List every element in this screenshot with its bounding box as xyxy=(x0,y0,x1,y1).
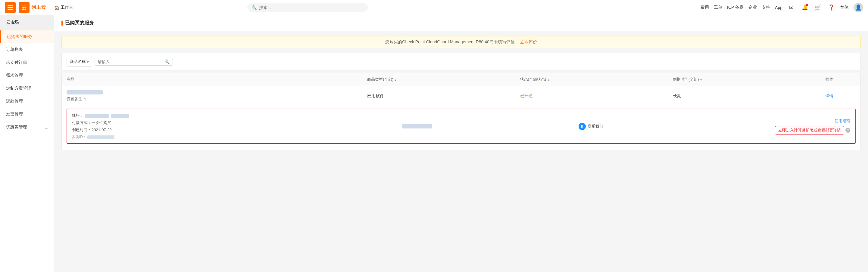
col-action: 操作 xyxy=(826,77,856,82)
nav-right: 费用 工单 ICP 备案 企业 支持 App ✉ 🔔 🛒 ❓ 简体 👤 xyxy=(701,3,863,12)
period-cell: 长期 xyxy=(673,93,821,99)
nav-ticket[interactable]: 工单 xyxy=(714,5,722,10)
notice-link[interactable]: 立即评价 xyxy=(520,39,537,44)
detail-info: 规格： 付款方式：一次性购买 创建时间：2021-07-29 xyxy=(72,113,329,140)
col-product: 商品 xyxy=(67,77,362,82)
filter-input[interactable] xyxy=(98,60,164,64)
sidebar-item-orders[interactable]: 订单列表 xyxy=(0,43,54,56)
table-header: 商品 商品类型(全部) ∨ 状态(全部状态) ∨ 到期时间(全部) ∨ xyxy=(62,73,861,86)
nav-icp[interactable]: ICP 备案 xyxy=(727,5,744,10)
search-bar: 🔍 xyxy=(247,3,368,12)
nav-fee[interactable]: 费用 xyxy=(701,5,709,10)
pay-row: 付款方式：一次性购买 xyxy=(72,120,329,126)
usage-guide-link[interactable]: 使用指南 xyxy=(835,118,850,124)
sidebar-item-coupon[interactable]: 优惠券管理 ☰ xyxy=(0,121,54,134)
chevron-down-icon: ∨ xyxy=(547,78,549,81)
notice-bar: 您购买的Check Point CloudGuard Management R8… xyxy=(61,36,861,48)
top-nav: 云 阿里云 🏠 工作台 🔍 费用 工单 ICP 备案 企业 支持 App ✉ 🔔… xyxy=(0,0,868,15)
table-row: 设置备注 ✎ 应用软件 已开通 长期 详情 xyxy=(62,86,861,106)
user-avatar[interactable]: 👤 xyxy=(854,3,863,12)
contact-label: 联系我们 xyxy=(588,124,603,129)
detail-box: 规格： 付款方式：一次性购买 创建时间：2021-07-29 xyxy=(67,109,856,144)
message-icon-button[interactable]: ✉ xyxy=(787,3,796,12)
filter-search-icon: 🔍 xyxy=(164,59,169,64)
notice-text: 您购买的Check Point CloudGuard Management R8… xyxy=(385,39,519,44)
detail-link[interactable]: 详情 xyxy=(826,94,833,98)
deploy-button[interactable]: 立即进入计算巢部署或查看部署详情 xyxy=(775,126,844,135)
nav-support[interactable]: 支持 xyxy=(762,5,770,10)
search-input[interactable] xyxy=(259,5,364,10)
instance-row: 实例ID： xyxy=(72,135,329,140)
product-type-cell: 应用软件 xyxy=(367,93,515,99)
contact-icon: !! xyxy=(579,123,586,130)
col-status[interactable]: 状态(全部状态) ∨ xyxy=(520,77,668,82)
chevron-down-icon: ∨ xyxy=(87,60,89,64)
sidebar-item-invoice[interactable]: 发票管理 xyxy=(0,108,54,121)
help-circle-icon[interactable]: ? xyxy=(845,128,850,133)
filter-row: 商品名称 ∨ 🔍 xyxy=(61,53,861,70)
nav-enterprise[interactable]: 企业 xyxy=(748,5,757,10)
header-bar xyxy=(61,21,63,26)
page-header: 已购买的服务 xyxy=(54,15,868,31)
detail-expanded: 规格： 付款方式：一次性购买 创建时间：2021-07-29 xyxy=(62,109,861,150)
create-row: 创建时间：2021-07-29 xyxy=(72,127,329,133)
sidebar-item-purchased[interactable]: 已购买的服务 xyxy=(0,30,54,43)
detail-actions: 使用指南 立即进入计算巢部署或查看部署详情 ? xyxy=(679,118,850,135)
help-icon-button[interactable]: ❓ xyxy=(827,3,835,12)
sidebar-icon: ☰ xyxy=(44,125,48,129)
home-icon: 🏠 xyxy=(54,5,59,10)
sidebar-item-demand[interactable]: 需求管理 xyxy=(0,69,54,82)
filter-input-wrap: 🔍 xyxy=(95,58,173,66)
chevron-down-icon: ∨ xyxy=(395,78,397,81)
layout: 云市场 已购买的服务 订单列表 未支付订单 需求管理 定制方案管理 退款管理 发… xyxy=(0,15,868,272)
sidebar-item-refund[interactable]: 退款管理 xyxy=(0,95,54,108)
product-note: 设置备注 ✎ xyxy=(67,96,362,102)
logo-icon: 云 xyxy=(19,2,30,13)
filter-select[interactable]: 商品名称 ∨ xyxy=(67,57,92,67)
notification-icon-button[interactable]: 🔔 xyxy=(801,3,809,12)
hamburger-button[interactable] xyxy=(5,2,16,13)
status-cell: 已开通 xyxy=(520,93,668,99)
sidebar-item-unpaid[interactable]: 未支付订单 xyxy=(0,56,54,69)
col-type[interactable]: 商品类型(全部) ∨ xyxy=(367,77,515,82)
nav-app[interactable]: App xyxy=(775,5,782,10)
svg-text:云: 云 xyxy=(22,5,27,10)
data-table: 商品 商品类型(全部) ∨ 状态(全部状态) ∨ 到期时间(全部) ∨ xyxy=(61,73,861,150)
col-period[interactable]: 到期时间(全部) ∨ xyxy=(673,77,821,82)
logo-text: 阿里云 xyxy=(31,4,46,10)
lang-switch[interactable]: 简体 xyxy=(840,5,849,10)
product-name-cell: 设置备注 ✎ xyxy=(67,90,362,102)
status-badge: 已开通 xyxy=(520,93,533,98)
cart-icon-button[interactable]: 🛒 xyxy=(814,3,822,12)
period-text: 长期 xyxy=(673,93,681,98)
search-icon: 🔍 xyxy=(251,5,257,10)
sidebar-item-custom[interactable]: 定制方案管理 xyxy=(0,82,54,95)
action-cell: 详情 xyxy=(826,93,856,99)
notification-badge xyxy=(806,4,808,6)
edit-icon[interactable]: ✎ xyxy=(84,97,87,101)
sidebar-title: 云市场 xyxy=(0,15,54,30)
workbench-link[interactable]: 🏠 工作台 xyxy=(51,5,77,10)
chevron-down-icon: ∨ xyxy=(700,78,702,81)
center-tag-blurred xyxy=(402,124,432,129)
logo[interactable]: 云 阿里云 xyxy=(19,2,46,13)
sidebar: 云市场 已购买的服务 订单列表 未支付订单 需求管理 定制方案管理 退款管理 发… xyxy=(0,15,54,272)
product-name-blurred xyxy=(67,90,103,95)
main-content: 已购买的服务 您购买的Check Point CloudGuard Manage… xyxy=(54,15,868,272)
detail-contact[interactable]: !! 联系我们 xyxy=(505,123,677,130)
spec-row: 规格： xyxy=(72,113,329,118)
instance-id-blurred xyxy=(87,135,115,139)
page-title: 已购买的服务 xyxy=(65,20,94,26)
detail-center xyxy=(331,124,503,129)
content-area: 您购买的Check Point CloudGuard Management R8… xyxy=(54,31,868,155)
